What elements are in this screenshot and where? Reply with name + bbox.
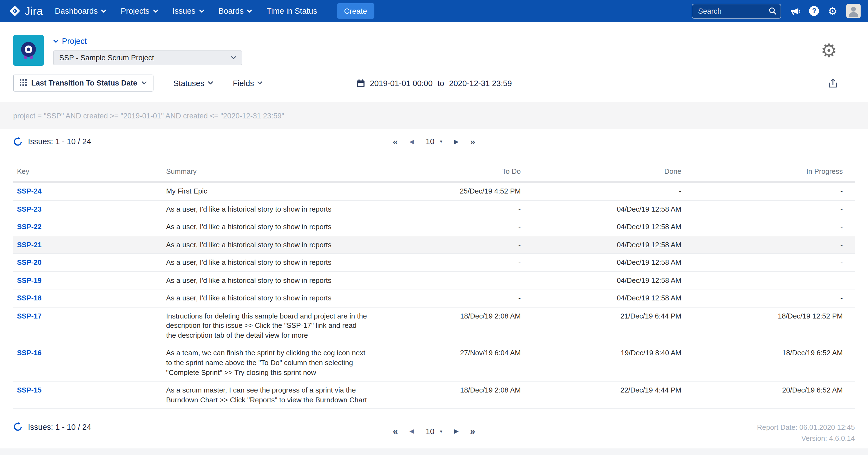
issue-key-cell: SSP-19 bbox=[13, 271, 166, 289]
project-dropdown-toggle[interactable]: Project bbox=[53, 37, 242, 46]
page-size-select[interactable]: 10 ▾ bbox=[426, 137, 442, 146]
pagination-bottom: « ◀ 10 ▾ ▶ » bbox=[393, 426, 475, 436]
project-select[interactable]: SSP - Sample Scrum Project bbox=[53, 51, 242, 65]
issue-summary-cell: As a scrum master, I can see the progres… bbox=[166, 381, 374, 409]
create-button[interactable]: Create bbox=[337, 3, 374, 19]
issue-todo-cell: - bbox=[374, 200, 537, 218]
nav-time-in-status[interactable]: Time in Status bbox=[267, 7, 317, 16]
last-page-button[interactable]: » bbox=[470, 137, 475, 146]
report-type-button[interactable]: Last Transition To Status Date bbox=[13, 74, 154, 92]
refresh-icon[interactable] bbox=[13, 137, 23, 146]
caret-down-icon: ▾ bbox=[440, 428, 442, 434]
nav-issues[interactable]: Issues bbox=[173, 7, 204, 16]
main-menu: Dashboards Projects Issues Boards Time i… bbox=[55, 3, 374, 19]
nav-projects[interactable]: Projects bbox=[121, 7, 158, 16]
next-page-button[interactable]: ▶ bbox=[454, 428, 459, 434]
settings-gear-icon[interactable]: ⚙ bbox=[828, 6, 837, 16]
report-type-label: Last Transition To Status Date bbox=[31, 79, 137, 87]
calendar-icon bbox=[356, 79, 365, 87]
jira-logo-icon bbox=[9, 5, 21, 17]
prev-page-button[interactable]: ◀ bbox=[409, 139, 414, 145]
chevron-down-icon bbox=[53, 39, 59, 43]
issue-summary-cell: As a team, we can finish the sprint by c… bbox=[166, 344, 374, 381]
issue-key-link[interactable]: SSP-23 bbox=[17, 205, 42, 213]
issue-row: SSP-23 As a user, I'd like a historical … bbox=[13, 200, 855, 218]
project-label: Project bbox=[62, 37, 87, 46]
issue-todo-cell: - bbox=[374, 218, 537, 236]
nav-projects-label: Projects bbox=[121, 7, 149, 16]
next-page-button[interactable]: ▶ bbox=[454, 139, 459, 145]
date-range-picker[interactable]: 2019-01-01 00:00 to 2020-12-31 23:59 bbox=[356, 79, 512, 87]
last-page-button[interactable]: » bbox=[470, 426, 475, 436]
chevron-down-icon bbox=[142, 81, 147, 85]
issue-key-cell: SSP-23 bbox=[13, 200, 166, 218]
issue-key-link[interactable]: SSP-17 bbox=[17, 312, 42, 320]
issue-key-cell: SSP-22 bbox=[13, 218, 166, 236]
fields-dropdown[interactable]: Fields bbox=[233, 79, 262, 87]
table-header-row: Key Summary To Do Done In Progress bbox=[13, 162, 855, 182]
issue-done-cell: 22/Dec/19 4:44 PM bbox=[537, 381, 695, 409]
chevron-down-icon bbox=[153, 9, 158, 13]
column-header-todo[interactable]: To Do bbox=[374, 162, 537, 182]
version-label: Version: 4.6.0.14 bbox=[757, 433, 855, 444]
column-header-summary[interactable]: Summary bbox=[166, 162, 374, 182]
issue-key-link[interactable]: SSP-16 bbox=[17, 349, 42, 357]
jql-query: project = "SSP" AND created >= "2019-01-… bbox=[13, 112, 284, 120]
jira-logo[interactable]: Jira bbox=[9, 5, 43, 17]
issue-row: SSP-24 My First Epic 25/Dec/19 4:52 PM -… bbox=[13, 182, 855, 200]
issue-key-link[interactable]: SSP-15 bbox=[17, 386, 42, 394]
project-select-value: SSP - Sample Scrum Project bbox=[59, 54, 154, 62]
issue-row: SSP-15 As a scrum master, I can see the … bbox=[13, 381, 855, 409]
nav-boards[interactable]: Boards bbox=[218, 7, 252, 16]
date-separator: to bbox=[437, 79, 444, 87]
page-size-value: 10 bbox=[426, 137, 434, 146]
issues-count-label: Issues: 1 - 10 / 24 bbox=[28, 422, 91, 431]
issue-done-cell: 21/Dec/19 6:44 PM bbox=[537, 307, 695, 344]
help-icon[interactable]: ? bbox=[809, 6, 819, 16]
statuses-dropdown[interactable]: Statuses bbox=[174, 79, 213, 87]
issue-todo-cell: - bbox=[374, 290, 537, 307]
navbar-right: ? ⚙ bbox=[692, 4, 860, 18]
project-header: Project SSP - Sample Scrum Project ⚙ bbox=[0, 22, 868, 66]
jql-band: project = "SSP" AND created >= "2019-01-… bbox=[0, 102, 868, 129]
issue-key-link[interactable]: SSP-20 bbox=[17, 258, 42, 266]
issue-key-link[interactable]: SSP-19 bbox=[17, 276, 42, 284]
user-avatar[interactable] bbox=[846, 4, 860, 18]
prev-page-button[interactable]: ◀ bbox=[409, 428, 414, 434]
issue-key-link[interactable]: SSP-18 bbox=[17, 294, 42, 302]
list-controls-bottom: Issues: 1 - 10 / 24 « ◀ 10 ▾ ▶ » Report … bbox=[13, 422, 855, 448]
page-size-select[interactable]: 10 ▾ bbox=[426, 427, 442, 435]
issue-key-link[interactable]: SSP-21 bbox=[17, 240, 42, 249]
issue-key-cell: SSP-16 bbox=[13, 344, 166, 381]
issue-key-link[interactable]: SSP-24 bbox=[17, 187, 42, 195]
list-controls-top: Issues: 1 - 10 / 24 « ◀ 10 ▾ ▶ » bbox=[13, 129, 855, 153]
first-page-button[interactable]: « bbox=[393, 137, 398, 146]
issue-key-cell: SSP-18 bbox=[13, 290, 166, 307]
app-root: Jira Dashboards Projects Issues Boards T… bbox=[0, 0, 868, 455]
report-settings-gear-icon[interactable]: ⚙ bbox=[820, 41, 837, 60]
first-page-button[interactable]: « bbox=[393, 426, 398, 436]
issue-todo-cell: 27/Nov/19 6:04 AM bbox=[374, 344, 537, 381]
search-icon[interactable] bbox=[769, 7, 777, 15]
refresh-icon[interactable] bbox=[13, 422, 23, 431]
issue-summary-cell: As a user, I'd like a historical story t… bbox=[166, 200, 374, 218]
nav-dashboards[interactable]: Dashboards bbox=[55, 7, 106, 16]
export-icon[interactable] bbox=[828, 78, 837, 88]
issue-done-cell: 04/Dec/19 12:58 AM bbox=[537, 200, 695, 218]
issue-key-cell: SSP-24 bbox=[13, 182, 166, 200]
issue-summary-cell: Instructions for deleting this sample bo… bbox=[166, 307, 374, 344]
project-avatar bbox=[13, 35, 44, 66]
column-header-done[interactable]: Done bbox=[537, 162, 695, 182]
issue-row: SSP-17 Instructions for deleting this sa… bbox=[13, 307, 855, 344]
issue-in-progress-cell: 18/Dec/19 12:52 PM bbox=[695, 307, 855, 344]
column-header-key[interactable]: Key bbox=[13, 162, 166, 182]
search-input[interactable] bbox=[692, 4, 781, 18]
issue-key-link[interactable]: SSP-22 bbox=[17, 222, 42, 231]
chevron-down-icon bbox=[231, 56, 236, 60]
issue-in-progress-cell: - bbox=[695, 200, 855, 218]
issue-done-cell: 04/Dec/19 12:58 AM bbox=[537, 253, 695, 271]
column-header-in-progress[interactable]: In Progress bbox=[695, 162, 855, 182]
issue-row: SSP-18 As a user, I'd like a historical … bbox=[13, 290, 855, 307]
feedback-megaphone-icon[interactable] bbox=[790, 6, 801, 16]
issue-summary-cell: As a user, I'd like a historical story t… bbox=[166, 218, 374, 236]
